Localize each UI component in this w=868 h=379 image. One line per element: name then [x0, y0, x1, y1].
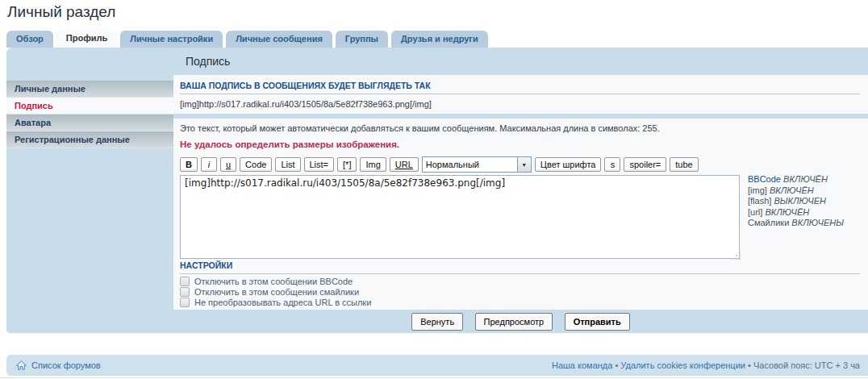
disable-smilies-checkbox[interactable]	[180, 287, 190, 297]
status-flash: [flash] ВЫКЛЮЧЕН	[748, 196, 844, 207]
options-block: НАСТРОЙКИ	[180, 260, 860, 274]
status-state: ВЫКЛЮЧЕН	[774, 196, 826, 206]
list-eq-button[interactable]: List=	[304, 157, 335, 172]
ucp-tabbar: Обзор Профиль Личные настройки Личные со…	[6, 31, 488, 48]
checkbox-row-no-url-links: Не преобразовывать адреса URL в ссылки	[180, 297, 371, 307]
status-state: ВКЛЮЧЕНЫ	[791, 218, 844, 227]
checkbox-label: Отключить в этом сообщении BBCode	[194, 277, 353, 286]
status-state: ВКЛЮЧЁН	[783, 174, 828, 184]
list-button[interactable]: List	[275, 157, 300, 172]
signature-textarea[interactable]: [img]http://s017.radikal.ru/i403/1505/8a…	[180, 175, 740, 259]
signature-description: Это текст, который может автоматически д…	[180, 123, 660, 133]
signature-preview-panel: ВАША ПОДПИСЬ В СООБЩЕНИЯХ БУДЕТ ВЫГЛЯДЕТ…	[173, 75, 868, 114]
font-size-select[interactable]: Нормальный ▼	[422, 156, 532, 173]
signature-textarea-wrap: [img]http://s017.radikal.ru/i403/1505/8a…	[180, 175, 740, 259]
status-label: [flash]	[748, 196, 771, 206]
url-button[interactable]: URL	[390, 157, 419, 172]
tab-groups[interactable]: Группы	[336, 31, 388, 48]
tab-overview[interactable]: Обзор	[6, 31, 53, 48]
font-size-selected-value: Нормальный	[423, 157, 517, 172]
page-title: Личный раздел	[7, 3, 115, 21]
bbcode-link[interactable]: BBCode	[748, 174, 781, 184]
sidebar-item-registration-data[interactable]: Регистрационные данные	[6, 131, 173, 148]
sidebar-item-avatar[interactable]: Аватара	[6, 115, 173, 131]
tab-profile[interactable]: Профиль	[56, 30, 117, 48]
preview-section-header: ВАША ПОДПИСЬ В СООБЩЕНИЯХ БУДЕТ ВЫГЛЯДЕТ…	[180, 81, 860, 90]
tab-private-messages[interactable]: Личные сообщения	[226, 31, 332, 48]
disable-bbcode-checkbox[interactable]	[180, 277, 190, 286]
ucp-page: Личный раздел Обзор Профиль Личные настр…	[0, 0, 868, 379]
status-img: [img] ВКЛЮЧЁН	[748, 185, 844, 197]
delete-cookies-link[interactable]: Удалить cookies конференции	[620, 360, 745, 370]
ucp-sidebar: Личные данные Подпись Аватара Регистраци…	[6, 81, 173, 148]
status-smilies: Смайлики ВКЛЮЧЕНЫ	[748, 218, 844, 229]
reset-button[interactable]: Вернуть	[411, 313, 463, 331]
checkbox-row-disable-bbcode: Отключить в этом сообщении BBCode	[180, 276, 371, 286]
status-bbcode: BBCode ВКЛЮЧЁН	[748, 174, 844, 185]
preview-button[interactable]: Предпросмотр	[475, 313, 553, 331]
options-checkboxes: Отключить в этом сообщении BBCode Отключ…	[180, 276, 371, 307]
signature-edit-panel: Это текст, который может автоматически д…	[173, 119, 868, 310]
sidebar-item-personal-data[interactable]: Личные данные	[6, 81, 173, 98]
ucp-content: Подпись ВАША ПОДПИСЬ В СООБЩЕНИЯХ БУДЕТ …	[173, 48, 868, 333]
tube-button[interactable]: tube	[670, 157, 698, 172]
status-url: [url] ВКЛЮЧЁН	[748, 207, 844, 219]
footer-separator: •	[615, 360, 618, 370]
checkbox-label: Не преобразовывать адреса URL в ссылки	[194, 298, 371, 307]
tab-friends-foes[interactable]: Друзья и недруги	[391, 31, 488, 48]
status-state: ВКЛЮЧЁН	[765, 207, 809, 217]
checkbox-label: Отключить в этом сообщении смайлики	[194, 287, 359, 297]
content-title: Подпись	[186, 55, 230, 68]
no-url-links-checkbox[interactable]	[180, 298, 190, 307]
bold-button[interactable]: B	[180, 157, 198, 172]
forum-list-label: Список форумов	[31, 360, 101, 370]
sidebar-item-signature[interactable]: Подпись	[6, 98, 173, 115]
ucp-main-panel: Личные данные Подпись Аватара Регистраци…	[6, 48, 868, 333]
italic-button[interactable]: i	[201, 157, 217, 172]
img-button[interactable]: Img	[360, 157, 386, 172]
signature-preview-value: [img]http://s017.radikal.ru/i403/1505/8a…	[180, 99, 860, 109]
status-label: Смайлики	[748, 218, 789, 227]
home-icon	[16, 360, 27, 370]
list-item-button[interactable]: [*]	[337, 157, 357, 172]
options-divider	[180, 273, 860, 274]
spoiler-button[interactable]: spoiler=	[624, 157, 666, 172]
footer-links: Наша команда • Удалить cookies конференц…	[552, 360, 860, 370]
bottom-divider	[0, 377, 868, 378]
resize-grip-icon[interactable]	[736, 255, 737, 256]
tab-personal-settings[interactable]: Личные настройки	[120, 31, 223, 48]
image-size-error: Не удалось определить размеры изображени…	[180, 140, 399, 149]
form-actions: Вернуть Предпросмотр Отправить	[173, 313, 868, 331]
underline-button[interactable]: u	[220, 157, 236, 172]
chevron-down-icon: ▼	[517, 157, 531, 172]
preview-divider	[180, 94, 860, 94]
font-color-button[interactable]: Цвет шрифта	[535, 157, 602, 172]
timezone-text: Часовой пояс: UTC + 3 ча	[753, 360, 860, 370]
status-state: ВКЛЮЧЁН	[770, 185, 814, 195]
submit-button[interactable]: Отправить	[565, 313, 630, 331]
code-button[interactable]: Code	[240, 157, 272, 172]
bbcode-toolbar: B i u Code List List= [*] Img URL Нормал…	[180, 156, 699, 173]
forum-list-link[interactable]: Список форумов	[16, 360, 101, 370]
status-label: [url]	[748, 207, 762, 217]
options-section-header: НАСТРОЙКИ	[180, 260, 860, 270]
checkbox-row-disable-smilies: Отключить в этом сообщении смайлики	[180, 286, 371, 297]
status-label: [img]	[748, 185, 767, 195]
bbcode-status-list: BBCode ВКЛЮЧЁН [img] ВКЛЮЧЁН [flash] ВЫК…	[748, 174, 844, 229]
team-link[interactable]: Наша команда	[552, 360, 612, 370]
page-footer: Список форумов Наша команда • Удалить co…	[6, 355, 868, 376]
strike-button[interactable]: s	[604, 157, 620, 172]
footer-separator: •	[748, 360, 751, 370]
